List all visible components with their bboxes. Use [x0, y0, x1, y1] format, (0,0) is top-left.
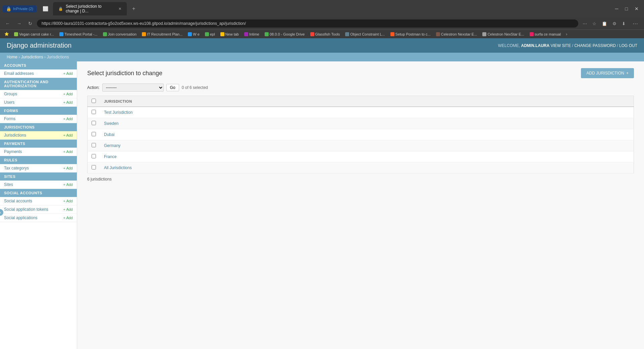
table-row: Sweden: [88, 118, 634, 129]
sidebar-section-sites: SITES: [0, 172, 77, 181]
tax-categorys-link[interactable]: Tax categorys: [4, 166, 29, 170]
bookmark-epl[interactable]: epl: [203, 32, 217, 37]
welcome-text: WELCOME,: [498, 43, 520, 48]
sidebar-item-forms: Forms + Add: [0, 115, 77, 123]
sites-link[interactable]: Sites: [4, 182, 13, 187]
action-label: Action:: [87, 85, 100, 90]
jurisdictions-link[interactable]: Jurisdictions: [4, 133, 26, 138]
toolbar-icons: ⋯ ☆ 📋 ⚙ ⬇: [581, 20, 627, 27]
bookmark-recruitment[interactable]: IT Recruitment Plan...: [140, 32, 184, 37]
favorites-icon[interactable]: ☆: [591, 20, 598, 27]
inprivate-badge: 🔒 InPrivate (2): [3, 5, 37, 12]
inprivate-label: InPrivate (2): [13, 7, 33, 11]
window-icon[interactable]: ⬜: [41, 5, 50, 12]
add-jurisdiction-button[interactable]: ADD JURISDICTION +: [581, 68, 634, 78]
new-tab-bookmark-label: New tab: [225, 32, 239, 36]
row-checkbox-5[interactable]: [92, 165, 96, 169]
sidebar-item-users: Users + Add: [0, 98, 77, 107]
row-checkbox-0[interactable]: [92, 110, 96, 114]
bookmark-star[interactable]: ⭐: [3, 31, 11, 37]
payments-link[interactable]: Payments: [4, 149, 22, 154]
row-checkbox-4[interactable]: [92, 154, 96, 158]
bookmark-glassfish[interactable]: Glassfish Tools: [308, 32, 342, 37]
email-addresses-add[interactable]: + Add: [63, 71, 73, 76]
refresh-button[interactable]: ↻: [26, 20, 34, 27]
bookmark-intime[interactable]: Intime: [242, 32, 261, 37]
main-layout: « ACCOUNTS Email addresses + Add AUTHENT…: [0, 61, 644, 349]
groups-link[interactable]: Groups: [4, 92, 17, 96]
jurisdiction-link-2[interactable]: Dubai: [104, 132, 114, 137]
tax-categorys-add[interactable]: + Add: [63, 166, 73, 170]
more-button[interactable]: ⋯: [630, 20, 641, 28]
jurisdiction-link-3[interactable]: Germany: [104, 143, 120, 148]
social-accounts-add[interactable]: + Add: [63, 199, 73, 203]
users-add[interactable]: + Add: [63, 100, 73, 104]
row-checkbox-1[interactable]: [92, 121, 96, 125]
social-accounts-link[interactable]: Social accounts: [4, 199, 32, 203]
bookmark-new-tab[interactable]: New tab: [218, 32, 241, 37]
extensions-icon[interactable]: ⋯: [581, 20, 589, 27]
view-site-link[interactable]: VIEW SITE: [550, 43, 571, 48]
bookmark-vegan[interactable]: Vegan carrot cake r...: [12, 32, 56, 37]
go-button[interactable]: Go: [166, 84, 179, 91]
payments-add[interactable]: + Add: [63, 150, 73, 154]
users-link[interactable]: Users: [4, 100, 14, 105]
sidebar-item-social-applications: Social applications + Add: [0, 214, 77, 222]
bookmark-w[interactable]: W e: [186, 32, 202, 37]
content-header: Select jurisdiction to change ADD JURISD…: [87, 68, 634, 78]
tab-close-button[interactable]: ✕: [118, 7, 121, 11]
logout-link[interactable]: LOG OUT: [619, 43, 637, 48]
settings-icon[interactable]: ⚙: [611, 20, 618, 27]
sidebar-item-social-application-tokens: Social application tokens + Add: [0, 205, 77, 214]
select-all-checkbox[interactable]: [92, 99, 96, 103]
social-applications-link[interactable]: Social applications: [4, 215, 37, 220]
email-addresses-link[interactable]: Email addresses: [4, 71, 34, 76]
new-tab-button[interactable]: +: [129, 4, 138, 13]
change-password-link[interactable]: CHANGE PASSWORD: [574, 43, 616, 48]
social-application-tokens-add[interactable]: + Add: [63, 207, 73, 211]
sidebar-item-jurisdictions: Jurisdictions + Add: [0, 131, 77, 140]
active-tab[interactable]: 🔒 Select jurisdiction to change | D... ✕: [53, 2, 127, 15]
close-button[interactable]: ✕: [632, 5, 641, 12]
row-checkbox-3[interactable]: [92, 143, 96, 147]
jurisdiction-link-1[interactable]: Sweden: [104, 121, 118, 126]
bookmarks-more[interactable]: ›: [564, 31, 569, 37]
forms-link[interactable]: Forms: [4, 116, 15, 121]
forward-button[interactable]: →: [15, 20, 23, 27]
add-jurisdiction-icon: +: [626, 71, 629, 76]
back-button[interactable]: ←: [3, 20, 12, 27]
bookmark-celestron1[interactable]: Celestron Nexstar E...: [434, 32, 479, 37]
breadcrumb-home[interactable]: Home: [7, 55, 17, 59]
minimize-button[interactable]: ─: [612, 5, 621, 12]
add-jurisdiction-label: ADD JURISDICTION: [586, 71, 624, 76]
sidebar-section-rules: RULES: [0, 156, 77, 164]
social-applications-add[interactable]: + Add: [63, 216, 73, 220]
bookmark-postman[interactable]: Setup Postman to c...: [388, 32, 433, 37]
action-select[interactable]: -------- Delete selected jurisdictions: [102, 84, 164, 92]
downloads-icon[interactable]: ⬇: [620, 20, 627, 27]
jurisdiction-link-4[interactable]: France: [104, 154, 116, 159]
jurisdictions-add[interactable]: + Add: [63, 133, 73, 137]
jurisdiction-link-0[interactable]: Test Jurisdiction: [104, 110, 132, 115]
breadcrumb-section[interactable]: Jurisdictions: [21, 55, 43, 59]
bookmark-google-drive[interactable]: 08.0.0 - Google Drive: [263, 32, 307, 37]
bookmark-timesheet[interactable]: Timesheet Portal -...: [57, 32, 100, 37]
bookmark-object-constraint[interactable]: Object Constraint L...: [343, 32, 387, 37]
tab-title: Select jurisdiction to change | D...: [66, 4, 116, 13]
bookmark-celestron2[interactable]: Celestron NexStar E...: [480, 32, 526, 37]
page-title: Select jurisdiction to change: [87, 70, 162, 77]
social-application-tokens-link[interactable]: Social application tokens: [4, 207, 48, 212]
bookmark-surface[interactable]: surfa ce manual: [528, 32, 563, 37]
sites-add[interactable]: + Add: [63, 183, 73, 187]
jurisdiction-link-5[interactable]: All Jurisdictions: [104, 165, 132, 170]
result-count: 6 jurisdictions: [87, 177, 634, 182]
collections-icon[interactable]: 📋: [600, 20, 609, 27]
groups-add[interactable]: + Add: [63, 92, 73, 96]
forms-add[interactable]: + Add: [63, 117, 73, 121]
browser-chrome: 🔒 InPrivate (2) ⬜ 🔒 Select jurisdiction …: [0, 0, 644, 38]
bookmark-conversation[interactable]: Join conversation: [101, 32, 139, 37]
row-checkbox-2[interactable]: [92, 132, 96, 136]
sidebar-section-payments: PAYMENTS: [0, 140, 77, 148]
url-bar[interactable]: [37, 19, 578, 28]
maximize-button[interactable]: □: [623, 5, 631, 12]
